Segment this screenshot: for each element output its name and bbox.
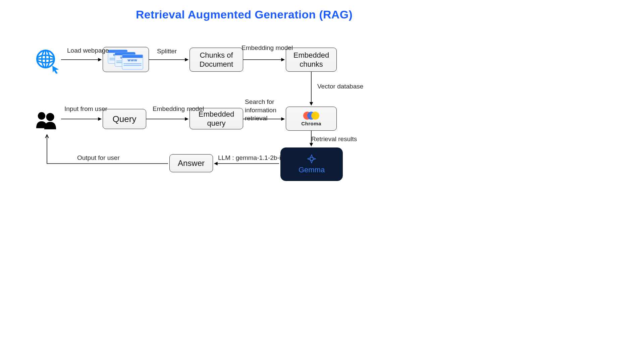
diagram-title: Retrieval Augmented Generation (RAG) (0, 8, 488, 21)
svg-point-6 (38, 112, 45, 120)
edge-splitter-label: Splitter (157, 48, 177, 55)
gemma-label: Gemma (299, 165, 325, 175)
edge-llm-label: LLM : gemma-1.1-2b-it (218, 154, 282, 162)
svg-point-10 (311, 112, 319, 120)
gemma-node: Gemma (280, 147, 343, 181)
embedded-chunks-node: Embedded chunks (286, 48, 337, 72)
chunks-node: Chunks of Document (190, 48, 243, 72)
svg-marker-5 (52, 66, 59, 74)
query-node: Query (103, 109, 146, 129)
svg-point-7 (46, 113, 54, 121)
chroma-node: Chroma (286, 107, 337, 131)
query-label: Query (113, 114, 137, 125)
edge-load-webpage-label: Load webpage (67, 47, 109, 54)
webpage-icon: WWW WWW WWW (107, 49, 144, 70)
edge-vector-database-label: Vector database (317, 83, 363, 90)
embedded-chunks-label: Embedded chunks (289, 51, 333, 69)
webpage-node: WWW WWW WWW (103, 47, 149, 72)
edge-search-label: Search for information retrieval (245, 98, 288, 123)
answer-label: Answer (178, 158, 205, 168)
chunks-label: Chunks of Document (193, 51, 239, 69)
answer-node: Answer (169, 154, 213, 172)
edge-embedding-model-1-label: Embedding model (241, 44, 293, 52)
arrows-layer (0, 0, 488, 274)
diagram-canvas: Retrieval Augmented Generation (RAG) WWW… (0, 0, 488, 274)
globe-icon (34, 47, 60, 74)
edge-retrieval-results-label: Retrieval results (311, 135, 357, 143)
users-icon (34, 109, 60, 133)
gemma-logo-icon (307, 154, 317, 164)
edge-input-from-user-label: Input from user (64, 105, 107, 113)
edge-embedding-model-2-label: Embedding model (153, 105, 204, 113)
chroma-label: Chroma (301, 121, 321, 127)
edge-output-label: Output for user (77, 154, 120, 162)
chroma-logo-icon (302, 111, 320, 121)
